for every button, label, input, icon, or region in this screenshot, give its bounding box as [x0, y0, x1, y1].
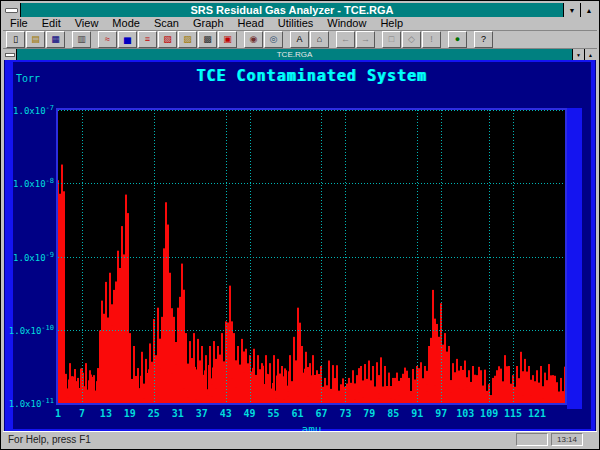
degas-icon: ◎	[270, 35, 278, 44]
composite-chart-icon: ▣	[223, 35, 232, 44]
table-mode-button[interactable]: ≡	[138, 31, 157, 48]
document-minimize-button[interactable]: ▼	[572, 49, 584, 60]
x-tick-label: 79	[363, 408, 375, 419]
control-menu-button[interactable]	[3, 3, 21, 17]
control-menu-icon	[5, 8, 18, 13]
document-control-menu-icon	[5, 53, 15, 57]
minimize-button[interactable]: ▼	[563, 3, 580, 17]
new-file-button[interactable]: ▯	[6, 31, 25, 48]
status-message: For Help, press F1	[3, 434, 516, 445]
toolbar-group: ▥	[72, 31, 92, 48]
head-setup-button[interactable]: ⌂	[310, 31, 329, 48]
forward-button[interactable]: →	[356, 31, 375, 48]
status-clock: 13:14	[551, 433, 583, 446]
run-button[interactable]: ●	[448, 31, 467, 48]
calibrate-button[interactable]: !	[422, 31, 441, 48]
menu-item-utilities[interactable]: Utilities	[271, 17, 320, 30]
x-tick-label: 43	[220, 408, 232, 419]
annotate-button[interactable]: ▨	[178, 31, 197, 48]
table-mode-icon: ≡	[145, 35, 150, 44]
x-tick-label: 25	[148, 408, 160, 419]
arrow-left-icon: ←	[341, 35, 350, 44]
x-tick-label: 1	[55, 408, 61, 419]
x-tick-label: 31	[172, 408, 184, 419]
y-tick-label: 1.0x10-10	[4, 324, 54, 336]
status-panel	[516, 433, 548, 446]
plot-frame	[56, 108, 567, 405]
toolbar-group: ●	[448, 31, 468, 48]
menu-item-file[interactable]: File	[3, 17, 35, 30]
toolbar-group: ◉◎	[244, 31, 284, 48]
menu-bar: FileEditViewModeScanGraphHeadUtilitiesWi…	[3, 17, 597, 31]
annotate-chart-icon: ▨	[183, 35, 192, 44]
x-tick-label: 67	[315, 408, 327, 419]
menu-item-graph[interactable]: Graph	[186, 17, 231, 30]
calibrate-icon: !	[430, 35, 433, 44]
alarm-button[interactable]: A	[290, 31, 309, 48]
menu-item-view[interactable]: View	[68, 17, 106, 30]
tune-button[interactable]: ◇	[402, 31, 421, 48]
plot-right-margin	[567, 108, 582, 409]
x-tick-label: 7	[79, 408, 85, 419]
toolbar: ▯▤▦▥≈▅≡▧▨▩▣◉◎A⌂←→□◇!●?	[3, 31, 597, 49]
run-cycle-icon: ●	[455, 35, 460, 44]
pvst-scan-button[interactable]: ▧	[158, 31, 177, 48]
x-tick-label: 91	[411, 408, 423, 419]
minimize-icon: ▼	[569, 7, 576, 14]
document-control-menu-button[interactable]	[4, 49, 17, 60]
context-help-button[interactable]: ?	[474, 31, 493, 48]
filament-icon: □	[389, 35, 394, 44]
x-tick-label: 13	[100, 408, 112, 419]
composite-scan-button[interactable]: ▣	[218, 31, 237, 48]
back-button[interactable]: ←	[336, 31, 355, 48]
x-tick-label: 103	[456, 408, 474, 419]
window-buttons: ▼ ▲	[563, 3, 597, 17]
alarm-icon: A	[296, 35, 302, 44]
document-maximize-button[interactable]: ▲	[584, 49, 596, 60]
menu-item-head[interactable]: Head	[231, 17, 271, 30]
y-tick-label: 1.0x10-7	[4, 104, 54, 116]
filament-button[interactable]: □	[382, 31, 401, 48]
window-border-top	[5, 60, 595, 62]
x-tick-label: 55	[268, 408, 280, 419]
open-file-button[interactable]: ▤	[26, 31, 45, 48]
help-pointer-icon: ?	[481, 35, 486, 44]
toolbar-group: ?	[474, 31, 494, 48]
histogram-scan-icon: ▅	[124, 35, 131, 44]
window-title: SRS Residual Gas Analyzer - TCE.RGA	[21, 3, 563, 17]
menu-item-edit[interactable]: Edit	[35, 17, 68, 30]
chart-area: TCE Contaminated System Torr 1.0x10-71.0…	[4, 60, 596, 431]
print-button[interactable]: ▥	[72, 31, 91, 48]
save-file-button[interactable]: ▦	[46, 31, 65, 48]
window-border-right	[591, 62, 595, 429]
status-bar: For Help, press F1 13:14	[3, 431, 597, 447]
x-tick-label: 19	[124, 408, 136, 419]
menu-item-scan[interactable]: Scan	[147, 17, 186, 30]
toolbar-group: ▯▤▦	[6, 31, 66, 48]
document-maximize-icon: ▲	[588, 52, 593, 58]
y-tick-label: 1.0x10-9	[4, 251, 54, 263]
degas-button[interactable]: ◎	[264, 31, 283, 48]
analog-scan-button[interactable]: ≈	[98, 31, 117, 48]
pressure-vs-time-icon: ▧	[163, 35, 172, 44]
printer-icon: ▥	[77, 35, 86, 44]
menu-item-mode[interactable]: Mode	[105, 17, 147, 30]
x-tick-label: 73	[339, 408, 351, 419]
menu-item-window[interactable]: Window	[320, 17, 373, 30]
document-minimize-icon: ▼	[576, 52, 581, 58]
y-tick-label: 1.0x10-8	[4, 177, 54, 189]
new-file-icon: ▯	[13, 35, 18, 44]
save-disk-icon: ▦	[51, 35, 60, 44]
leak-test-button[interactable]: ◉	[244, 31, 263, 48]
open-folder-icon: ▤	[31, 35, 40, 44]
toolbar-group: ≈▅≡▧▨▩▣	[98, 31, 238, 48]
library-table-button[interactable]: ▩	[198, 31, 217, 48]
window-border-left	[5, 62, 13, 429]
app-window: SRS Residual Gas Analyzer - TCE.RGA ▼ ▲ …	[0, 0, 600, 450]
library-table-icon: ▩	[203, 35, 212, 44]
menu-item-help[interactable]: Help	[373, 17, 410, 30]
maximize-button[interactable]: ▲	[580, 3, 597, 17]
x-tick-label: 97	[435, 408, 447, 419]
histogram-scan-button[interactable]: ▅	[118, 31, 137, 48]
title-bar: SRS Residual Gas Analyzer - TCE.RGA ▼ ▲	[3, 3, 597, 17]
